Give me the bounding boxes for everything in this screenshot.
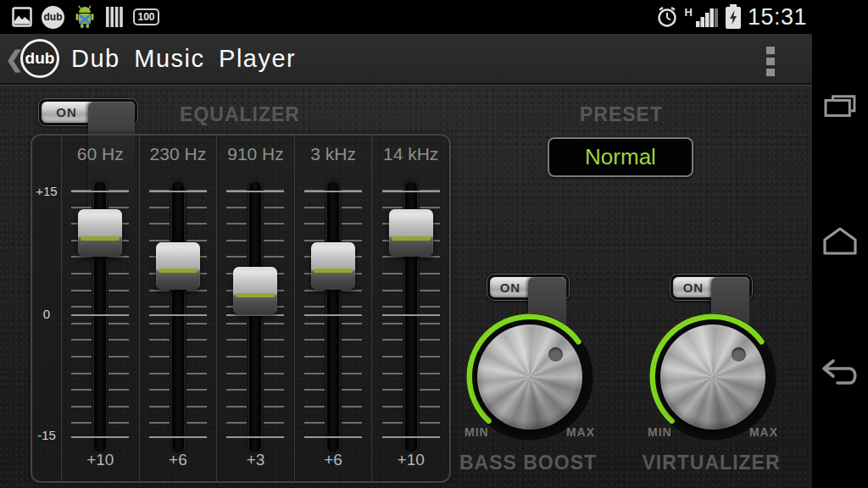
preset-selector[interactable]: Normal xyxy=(548,137,693,177)
equalizer-bars-icon xyxy=(105,6,124,28)
clock-time: 15:31 xyxy=(748,4,807,30)
scale-min-label: -15 xyxy=(32,428,61,442)
alarm-icon xyxy=(655,5,679,29)
status-bar-indicators: H 15:31 xyxy=(655,0,807,34)
recents-button[interactable] xyxy=(812,80,868,134)
min-label: MIN xyxy=(648,425,672,439)
max-label: MAX xyxy=(749,425,778,439)
overflow-menu-icon[interactable] xyxy=(764,46,777,76)
slider-thumb[interactable] xyxy=(156,242,200,290)
app-bar: ❮ dub Dub Music Player xyxy=(0,34,812,85)
equalizer-section-label: EQUALIZER xyxy=(134,103,346,126)
knob-face xyxy=(660,324,765,430)
band-slider[interactable] xyxy=(140,173,217,449)
back-icon xyxy=(821,357,860,389)
recents-icon xyxy=(822,92,858,121)
band-freq-label: 14 kHz xyxy=(372,136,449,173)
eq-band-14khz: 14 kHz +10 xyxy=(371,136,449,481)
scale-max-label: +15 xyxy=(32,184,61,198)
band-value-label: +10 xyxy=(62,449,139,481)
slider-track xyxy=(327,181,339,452)
min-label: MIN xyxy=(465,425,489,439)
knob-indicator-dot xyxy=(732,347,746,362)
bass-boost-label: BASS BOOST xyxy=(426,452,630,474)
band-slider[interactable] xyxy=(295,173,372,449)
band-freq-label: 60 Hz xyxy=(62,136,139,173)
virtualizer-toggle[interactable]: ON xyxy=(670,274,753,301)
band-value-label: +6 xyxy=(295,449,372,481)
band-slider[interactable] xyxy=(217,173,294,449)
knob-indicator-dot xyxy=(548,347,563,362)
navigation-bar xyxy=(812,0,868,488)
dub-notification-icon: dub xyxy=(42,6,64,29)
eq-band-910hz: 910 Hz +3 xyxy=(216,136,294,481)
slider-track xyxy=(172,181,184,452)
phone-screen: dub 100 xyxy=(0,0,868,488)
eq-band-3khz: 3 kHz +6 xyxy=(294,136,372,481)
status-bar-notifications: dub 100 xyxy=(12,0,159,34)
android-icon xyxy=(74,5,96,29)
band-value-label: +6 xyxy=(140,449,217,481)
equalizer-toggle-label: ON xyxy=(39,99,94,125)
network-type-label: H xyxy=(685,6,693,19)
app-title: Dub Music Player xyxy=(71,45,296,73)
eq-band-60hz: 60 Hz +10 xyxy=(61,136,139,481)
virtualizer-toggle-label: ON xyxy=(670,274,716,300)
battery-level-badge: 100 xyxy=(133,8,159,25)
picture-icon xyxy=(12,7,32,27)
home-icon xyxy=(821,225,859,256)
back-button[interactable] xyxy=(812,346,868,400)
bass-boost-knob[interactable]: MIN MAX xyxy=(462,309,598,445)
home-button[interactable] xyxy=(812,214,868,268)
bass-boost-toggle[interactable]: ON xyxy=(487,274,570,301)
band-slider[interactable] xyxy=(372,173,449,449)
slider-thumb[interactable] xyxy=(311,242,355,290)
slider-thumb[interactable] xyxy=(389,209,433,257)
slider-thumb[interactable] xyxy=(78,209,122,257)
preset-section-label: PRESET xyxy=(515,103,727,126)
band-freq-label: 3 kHz xyxy=(295,136,372,173)
band-value-label: +3 xyxy=(217,449,294,481)
app-logo[interactable]: dub xyxy=(20,39,59,78)
band-freq-label: 230 Hz xyxy=(140,136,217,173)
slider-track xyxy=(249,181,261,452)
band-freq-label: 910 Hz xyxy=(217,136,294,173)
virtualizer-knob[interactable]: MIN MAX xyxy=(645,309,781,445)
max-label: MAX xyxy=(566,425,595,439)
virtualizer-label: VIRTUALIZER xyxy=(609,452,813,474)
eq-band-230hz: 230 Hz +6 xyxy=(139,136,217,481)
equalizer-toggle[interactable]: ON xyxy=(38,98,138,126)
band-slider[interactable] xyxy=(62,173,139,449)
equalizer-scale: +15 0 -15 xyxy=(32,136,61,481)
knob-face xyxy=(477,324,582,430)
bass-boost-toggle-label: ON xyxy=(487,274,533,300)
slider-thumb[interactable] xyxy=(233,267,277,314)
status-bar: dub 100 xyxy=(0,0,868,34)
scale-mid-label: 0 xyxy=(32,307,61,321)
battery-charging-icon xyxy=(725,4,742,30)
signal-strength-icon xyxy=(695,6,719,28)
equalizer-panel: +15 0 -15 60 Hz +10 230 Hz xyxy=(31,134,451,483)
